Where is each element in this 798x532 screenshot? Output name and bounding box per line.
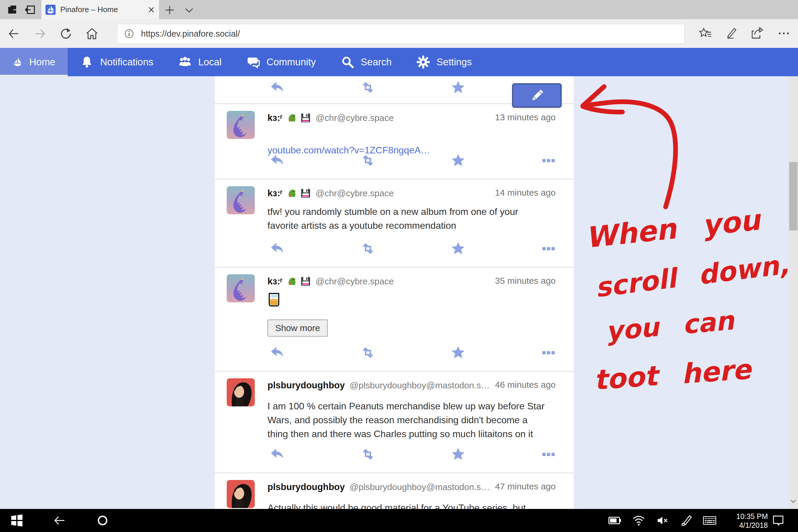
compose-toot-button[interactable] (512, 83, 562, 108)
dragon-emoji (286, 113, 297, 123)
nav-label: Community (267, 56, 316, 68)
favorite-star-icon[interactable] (451, 242, 465, 256)
people-icon (178, 55, 192, 69)
boost-icon[interactable] (361, 153, 375, 168)
woman-avatar-image (227, 378, 255, 406)
windows-start-icon[interactable] (10, 514, 24, 527)
display-name[interactable]: kз:ʳ (267, 276, 283, 287)
display-name[interactable]: plsburydoughboy (267, 482, 345, 492)
display-name[interactable]: kз:ʳ (267, 188, 283, 198)
favorite-star-icon[interactable] (451, 153, 465, 168)
reply-icon[interactable] (270, 345, 284, 360)
avatar[interactable] (227, 274, 255, 302)
timeline-page: kз:ʳ @chr@cybre.space 13 minutes ago you… (0, 76, 798, 509)
address-bar[interactable]: https://dev.pinafore.social/ (117, 24, 684, 43)
taskbar-clock[interactable]: 10:35 PM 4/1/2018 (736, 512, 768, 530)
timestamp[interactable]: 47 minutes ago (495, 481, 556, 492)
floppy-disk-emoji (300, 113, 311, 123)
display-name[interactable]: plsburydoughboy (267, 380, 345, 391)
pen-icon[interactable] (680, 514, 694, 527)
taskbar-back-icon[interactable] (53, 514, 66, 527)
new-tab-button[interactable] (163, 3, 176, 17)
forward-icon[interactable] (33, 27, 47, 40)
scrollbar-down-arrow-icon[interactable] (788, 498, 798, 505)
toot-header: kз:ʳ @chr@cybre.space 35 minutes ago (267, 275, 556, 288)
show-more-button[interactable]: Show more (267, 320, 328, 337)
toot-actions (215, 153, 574, 168)
tabs-set-aside-icon[interactable] (24, 4, 36, 15)
dragon-emoji (286, 188, 297, 198)
nav-label: Local (198, 56, 222, 68)
nav-item-home[interactable]: Home (0, 48, 68, 76)
close-tab-icon[interactable] (146, 4, 157, 16)
windows-taskbar: 10:35 PM 4/1/2018 (0, 509, 798, 532)
bell-icon (80, 55, 94, 69)
browser-tab[interactable]: Pinafore – Home (41, 0, 159, 19)
home-icon[interactable] (85, 27, 99, 40)
scrollbar-thumb[interactable] (789, 162, 797, 230)
favorite-star-icon[interactable] (451, 80, 465, 95)
account-handle[interactable]: @chr@cybre.space (316, 276, 394, 286)
reply-icon[interactable] (270, 153, 284, 168)
avatar[interactable] (227, 480, 255, 508)
boost-icon[interactable] (361, 80, 375, 95)
battery-icon[interactable] (608, 514, 622, 527)
volume-muted-icon[interactable] (656, 514, 669, 527)
nav-item-notifications[interactable]: Notifications (68, 48, 166, 76)
account-handle[interactable]: @chr@cybre.space (316, 113, 394, 123)
more-options-icon[interactable] (542, 242, 556, 256)
nav-item-local[interactable]: Local (166, 48, 234, 76)
display-name[interactable]: kз:ʳ (267, 113, 283, 123)
reply-icon[interactable] (270, 447, 284, 461)
reply-icon[interactable] (270, 242, 284, 256)
boost-icon[interactable] (361, 242, 375, 256)
timestamp[interactable]: 35 minutes ago (495, 276, 556, 286)
share-icon[interactable] (750, 26, 764, 40)
boost-icon[interactable] (361, 345, 375, 360)
refresh-icon[interactable] (59, 27, 73, 40)
account-handle[interactable]: @plsburydoughboy@mastodon.s… (350, 482, 490, 492)
set-tabs-aside-icon[interactable] (6, 4, 18, 15)
more-options-icon[interactable] (542, 153, 556, 168)
account-handle[interactable]: @chr@cybre.space (316, 188, 394, 198)
avatar[interactable] (227, 186, 255, 214)
timestamp[interactable]: 14 minutes ago (495, 188, 556, 198)
more-options-icon[interactable] (542, 447, 556, 461)
nav-item-search[interactable]: Search (328, 48, 404, 76)
timestamp[interactable]: 46 minutes ago (495, 380, 556, 390)
cortana-icon[interactable] (96, 514, 109, 527)
web-note-pen-icon[interactable] (724, 26, 738, 40)
more-options-icon[interactable] (542, 345, 556, 360)
back-icon[interactable] (7, 27, 21, 40)
toot-content: I am 100 % certain Peanuts merchandise b… (267, 399, 569, 441)
tab-title: Pinafore – Home (60, 5, 146, 14)
account-handle[interactable]: @plsburydoughboy@mastodon.s… (350, 380, 490, 391)
browser-tab-bar: Pinafore – Home (0, 0, 798, 19)
favorites-hub-icon[interactable] (699, 26, 713, 40)
avatar[interactable] (227, 111, 255, 139)
favorite-star-icon[interactable] (451, 345, 465, 360)
reply-icon[interactable] (270, 80, 284, 95)
toot-header: kз:ʳ @chr@cybre.space 14 minutes ago (267, 187, 556, 200)
tab-preview-toggle-icon[interactable] (183, 3, 196, 17)
boost-icon[interactable] (361, 447, 375, 461)
sailboat-home-icon (13, 55, 23, 69)
page-scrollbar[interactable] (788, 76, 798, 509)
site-info-icon[interactable] (124, 28, 134, 39)
timestamp[interactable]: 13 minutes ago (495, 112, 556, 122)
settings-more-icon[interactable] (777, 26, 791, 40)
pinafore-favicon-icon (45, 5, 56, 15)
dragon-emoji (286, 276, 297, 287)
url-text: https://dev.pinafore.social/ (141, 29, 240, 39)
favorite-star-icon[interactable] (451, 447, 465, 461)
avatar[interactable] (227, 378, 255, 406)
toot-header: kз:ʳ @chr@cybre.space 13 minutes ago (267, 112, 556, 124)
touch-keyboard-icon[interactable] (703, 514, 717, 527)
action-center-icon[interactable] (772, 514, 785, 527)
nav-item-community[interactable]: Community (234, 48, 328, 76)
wifi-icon[interactable] (632, 514, 646, 527)
nav-item-settings[interactable]: Settings (404, 48, 484, 76)
toot-content: tfw! you randomly stumble on a new album… (267, 205, 569, 233)
nav-label: Search (361, 56, 392, 68)
toot-content: Actually this would be good material for… (267, 501, 569, 509)
